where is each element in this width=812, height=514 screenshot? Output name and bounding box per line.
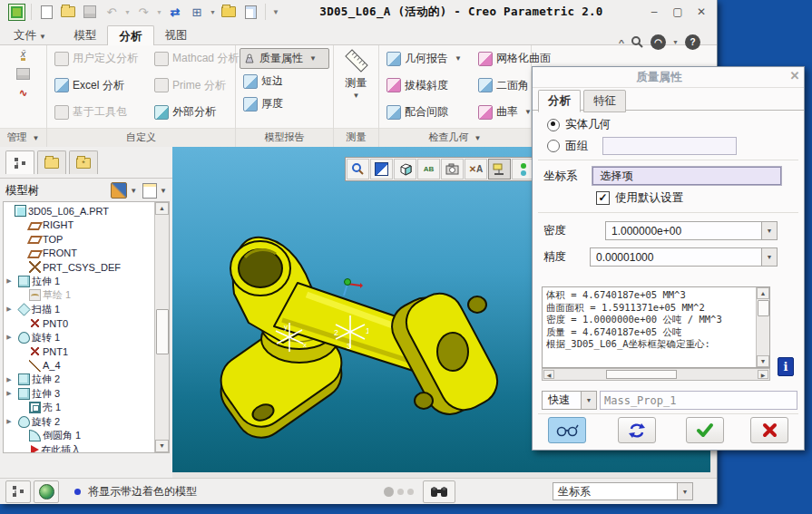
selection-filter[interactable]: 坐标系 ▼ <box>553 482 693 500</box>
tree-item[interactable]: 壳 1 <box>4 401 155 415</box>
selection-filter-dropdown-icon[interactable]: ▼ <box>678 482 693 500</box>
expand-arrow-icon[interactable]: ▶ <box>4 277 15 285</box>
expand-arrow-icon[interactable]: ▶ <box>4 390 15 397</box>
navigator-toggle-button[interactable] <box>5 480 31 503</box>
tree-item[interactable]: ▶拉伸 1 <box>4 275 155 289</box>
windows-button[interactable]: ⊞ <box>187 3 207 21</box>
quick-access-more-button[interactable]: ▼ <box>270 3 281 21</box>
model-tree-tab[interactable] <box>5 150 34 174</box>
windows-dropdown-icon[interactable]: ▼ <box>209 3 217 21</box>
erase-button[interactable] <box>240 3 260 21</box>
refit-button[interactable] <box>370 159 393 179</box>
group-label-check-geometry[interactable]: 检查几何 ▼ <box>379 128 531 147</box>
saved-analysis-icon[interactable] <box>15 66 32 81</box>
measure-button[interactable]: 测量 ▼ <box>334 45 378 128</box>
accuracy-dropdown-icon[interactable]: ▼ <box>762 247 778 267</box>
csys-collector[interactable]: 选择项 <box>592 167 781 185</box>
geometry-report-dropdown-icon[interactable]: ▼ <box>455 54 462 63</box>
dialog-tab-feature[interactable]: 特征 <box>583 90 626 112</box>
resource-center-icon[interactable]: ◠ <box>651 34 666 50</box>
tree-item[interactable]: PNT1 <box>4 344 155 359</box>
favorites-tab[interactable]: * <box>69 150 98 174</box>
quilt-radio[interactable]: 面组 <box>547 137 737 155</box>
results-hscroll-thumb[interactable] <box>606 370 677 379</box>
results-scroll-left-icon[interactable]: ◀ <box>543 370 554 379</box>
analysis-measure-icon[interactable]: x̄ <box>15 47 32 62</box>
browser-toggle-button[interactable] <box>34 480 59 503</box>
solid-geometry-radio[interactable]: 实体几何 <box>547 117 611 132</box>
tree-settings-icon[interactable] <box>142 183 157 199</box>
results-scroll-down-icon[interactable]: ▼ <box>757 355 769 367</box>
close-button[interactable]: ✕ <box>691 4 711 20</box>
use-default-checkbox[interactable]: ✓ 使用默认设置 <box>596 190 683 206</box>
undo-button[interactable]: ↶ <box>102 3 122 21</box>
redo-button[interactable]: ↷ <box>133 3 153 21</box>
find-button[interactable] <box>423 480 455 503</box>
repeat-button[interactable] <box>618 417 656 443</box>
tree-tools-icon[interactable] <box>111 182 127 199</box>
pairs-clearance-button[interactable]: 配合间隙 <box>383 102 465 122</box>
graph-analysis-icon[interactable]: ∿ <box>15 85 32 100</box>
tab-model[interactable]: 模型 <box>64 25 107 45</box>
ok-button[interactable] <box>686 417 724 443</box>
curvature-dropdown-icon[interactable]: ▼ <box>524 108 532 116</box>
minimize-button[interactable]: – <box>644 4 664 20</box>
resource-dropdown-icon[interactable]: ▼ <box>672 39 679 45</box>
tree-item[interactable]: ▶拉伸 2 <box>4 373 155 387</box>
selection-filter-value[interactable]: 坐标系 <box>553 482 678 500</box>
accuracy-combo[interactable]: 0.00001000 ▼ <box>590 247 778 267</box>
expand-arrow-icon[interactable]: ▶ <box>4 418 15 425</box>
help-icon[interactable]: ? <box>685 34 700 50</box>
results-scroll-thumb[interactable] <box>758 300 769 316</box>
tree-item-root[interactable]: 3D05_L06_A.PRT <box>4 204 155 218</box>
excel-analysis-button[interactable]: Excel 分析 <box>51 75 142 96</box>
new-file-button[interactable] <box>36 3 56 21</box>
tab-view[interactable]: 视图 <box>154 25 198 45</box>
mass-properties-button[interactable]: 质量属性▼ <box>240 48 329 69</box>
prime-analysis-button[interactable]: Prime 分析 <box>151 75 242 96</box>
undo-dropdown-icon[interactable]: ▼ <box>123 3 132 21</box>
zoom-in-button[interactable] <box>347 159 369 179</box>
tree-item[interactable]: ▶拉伸 3 <box>4 387 155 402</box>
run-mode-combo[interactable]: 快速 ▼ <box>542 391 597 410</box>
density-value[interactable]: 1.000000e+00 <box>605 221 762 240</box>
annotations-button[interactable]: AB <box>417 159 440 179</box>
tree-settings-dropdown-icon[interactable]: ▼ <box>160 187 167 195</box>
density-combo[interactable]: 1.000000e+00 ▼ <box>605 221 778 240</box>
run-mode-dropdown-icon[interactable]: ▼ <box>582 391 597 410</box>
scroll-up-icon[interactable]: ▲ <box>155 202 169 215</box>
tree-scrollbar[interactable]: ▲ ▼ <box>154 202 169 452</box>
analysis-name-input[interactable] <box>600 391 797 410</box>
tree-item[interactable]: ▶旋转 2 <box>4 415 155 430</box>
expand-arrow-icon[interactable]: ▶ <box>4 305 15 313</box>
results-hscrollbar[interactable]: ◀ ▶ <box>542 368 770 381</box>
tab-analysis[interactable]: 分析 <box>107 25 154 46</box>
thickness-button[interactable]: 厚度 <box>240 93 329 114</box>
mathcad-analysis-button[interactable]: Mathcad 分析 <box>151 48 242 69</box>
tree-item[interactable]: ▶扫描 1 <box>4 303 155 317</box>
tree-item[interactable]: RIGHT <box>4 218 155 233</box>
tree-tools-dropdown-icon[interactable]: ▼ <box>130 187 137 195</box>
expand-arrow-icon[interactable]: ▶ <box>4 334 15 341</box>
dialog-close-icon[interactable]: ✕ <box>786 69 804 85</box>
geometry-report-button[interactable]: 几何报告▼ <box>383 48 465 69</box>
mass-properties-dropdown-icon[interactable]: ▼ <box>309 54 317 63</box>
tree-item[interactable]: ▶旋转 1 <box>4 331 155 345</box>
collapse-ribbon-icon[interactable]: ^ <box>619 38 624 47</box>
tree-item[interactable]: 草绘 1 <box>4 288 155 303</box>
user-defined-analysis-button[interactable]: 用户定义分析 <box>51 48 142 69</box>
folder-browser-tab[interactable] <box>37 150 66 174</box>
run-mode-value[interactable]: 快速 <box>542 391 582 410</box>
scroll-down-icon[interactable]: ▼ <box>155 440 169 452</box>
dialog-titlebar[interactable]: 质量属性 ✕ <box>533 67 804 88</box>
toolkit-based-button[interactable]: 基于工具包 <box>51 102 142 122</box>
preview-button[interactable] <box>548 417 586 443</box>
restore-button[interactable]: ▢ <box>668 4 688 20</box>
expand-arrow-icon[interactable]: ▶ <box>4 376 15 383</box>
tree-item[interactable]: FRONT <box>4 247 155 261</box>
short-edge-button[interactable]: 短边 <box>240 71 329 92</box>
tab-file[interactable]: 文件▼ <box>7 25 53 45</box>
measure-dropdown-icon[interactable]: ▼ <box>353 92 360 100</box>
results-vscrollbar[interactable]: ▲ ▼ <box>756 287 769 367</box>
saved-orientations-button[interactable] <box>394 159 416 179</box>
